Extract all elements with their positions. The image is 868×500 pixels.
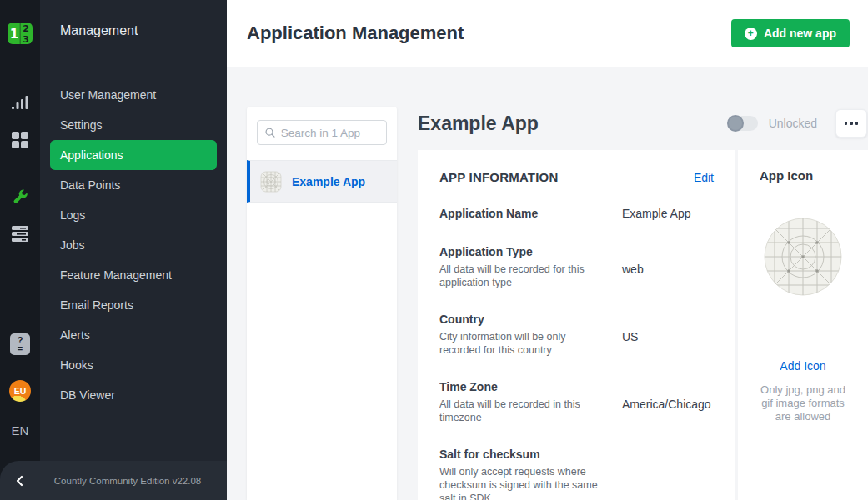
page-header: Application Management + Add new app	[227, 0, 868, 67]
sidebar-item-logs[interactable]: Logs	[50, 200, 217, 230]
add-icon-link[interactable]: Add Icon	[780, 359, 825, 372]
sidebar-footer: Countly Community Edition v22.08	[0, 461, 227, 500]
add-new-app-label: Add new app	[764, 27, 836, 40]
user-avatar[interactable]: EU	[0, 380, 40, 402]
field-label: Salt for checksum	[439, 447, 599, 462]
plus-icon: +	[745, 28, 757, 40]
app-detail-panel: Example App Unlocked APP INFORMATION Edi…	[418, 107, 868, 500]
icon-format-note: Only jpg, png and gif image formats are …	[755, 383, 851, 423]
page-title: Application Management	[247, 22, 731, 44]
field-salt-for-checksum: Salt for checksum Will only accept reque…	[439, 447, 714, 500]
sidebar-item-alerts[interactable]: Alerts	[50, 320, 217, 350]
sidebar-item-applications[interactable]: Applications	[50, 140, 217, 170]
field-value: Example App	[622, 206, 691, 222]
field-value: America/Chicago	[622, 379, 711, 424]
menu-list: User Management Settings Applications Da…	[40, 80, 227, 410]
app-list-card: Example App	[247, 107, 397, 500]
sidebar-item-data-points[interactable]: Data Points	[50, 170, 217, 200]
sidebar-item-hooks[interactable]: Hooks	[50, 350, 217, 380]
app-search-box[interactable]	[257, 120, 387, 145]
detail-cards: APP INFORMATION Edit Application Name Ex…	[418, 150, 868, 500]
data-server-icon[interactable]	[0, 226, 40, 242]
app-information-title: APP INFORMATION	[439, 170, 694, 184]
main-area: Application Management + Add new app	[227, 0, 868, 500]
chevron-left-icon	[14, 475, 26, 487]
search-input[interactable]	[281, 127, 379, 139]
sidebar-item-jobs[interactable]: Jobs	[50, 230, 217, 260]
sidebar-item-db-viewer[interactable]: DB Viewer	[50, 380, 217, 410]
rail-divider	[0, 168, 40, 168]
sidebar-item-email-reports[interactable]: Email Reports	[50, 290, 217, 320]
lock-toggle[interactable]	[728, 116, 758, 131]
app-detail-title: Example App	[418, 112, 728, 135]
field-description: Will only accept requests where checksum…	[439, 465, 599, 500]
app-list-item-label: Example App	[292, 175, 365, 188]
add-new-app-button[interactable]: + Add new app	[731, 19, 850, 48]
sidebar: 1 2 3	[0, 0, 227, 500]
sidebar-item-user-management[interactable]: User Management	[50, 80, 217, 110]
field-time-zone: Time Zone All data will be recorded in t…	[439, 379, 714, 424]
sidebar-item-settings[interactable]: Settings	[50, 110, 217, 140]
management-menu-panel: Management User Management Settings Appl…	[40, 0, 227, 500]
countly-logo-svg: 1 2 3	[7, 20, 33, 47]
field-description: All data will be recorded for this appli…	[439, 262, 599, 289]
icon-grid-placeholder	[764, 218, 842, 296]
field-application-name: Application Name Example App	[439, 206, 714, 222]
field-description: All data will be recorded in this timezo…	[439, 398, 599, 424]
app-information-card: APP INFORMATION Edit Application Name Ex…	[418, 150, 735, 500]
field-value: web	[622, 244, 644, 289]
apps-grid-icon[interactable]	[0, 132, 40, 148]
detail-header: Example App Unlocked	[418, 107, 868, 140]
app-icon-card: App Icon	[738, 150, 868, 500]
field-label: Country	[439, 312, 599, 328]
edit-link[interactable]: Edit	[694, 171, 714, 184]
field-label: Application Name	[439, 206, 599, 222]
analytics-bar-chart-icon[interactable]	[0, 95, 40, 110]
field-value: US	[622, 312, 638, 357]
field-application-type: Application Type All data will be record…	[439, 244, 714, 289]
sidebar-item-feature-management[interactable]: Feature Management	[50, 260, 217, 290]
toggle-knob	[727, 115, 744, 132]
avatar-initials: EU	[9, 380, 31, 402]
management-wrench-icon[interactable]	[0, 188, 40, 205]
search-icon	[264, 126, 276, 139]
collapse-sidebar-button[interactable]	[0, 475, 40, 487]
svg-text:3: 3	[23, 34, 29, 45]
app-list-item-example-app[interactable]: Example App	[247, 160, 397, 202]
menu-title: Management	[40, 23, 227, 45]
question-document-icon: ? =	[10, 333, 30, 355]
version-label: Countly Community Edition v22.08	[40, 476, 227, 486]
field-description: City information will be only recorded f…	[439, 330, 599, 357]
app-information-head: APP INFORMATION Edit	[439, 170, 714, 184]
search-wrap	[247, 107, 397, 160]
icon-rail: 1 2 3	[0, 0, 40, 500]
svg-text:1: 1	[10, 27, 18, 42]
field-label: Time Zone	[439, 379, 599, 395]
field-country: Country City information will be only re…	[439, 312, 714, 357]
language-selector[interactable]: EN	[0, 423, 40, 438]
help-feedback-icon[interactable]: ? =	[0, 333, 40, 355]
lock-state-label: Unlocked	[769, 117, 817, 130]
app-icon-placeholder	[755, 218, 851, 296]
field-label: Application Type	[439, 244, 599, 260]
app-icon-title: App Icon	[755, 168, 851, 182]
app-thumbnail-icon	[260, 171, 282, 192]
countly-logo-icon[interactable]: 1 2 3	[0, 20, 40, 47]
ellipsis-icon	[845, 122, 848, 125]
svg-text:2: 2	[23, 23, 29, 34]
more-options-button[interactable]	[835, 109, 867, 138]
content-area: Example App Example App Unlocked APP INF	[227, 67, 868, 500]
